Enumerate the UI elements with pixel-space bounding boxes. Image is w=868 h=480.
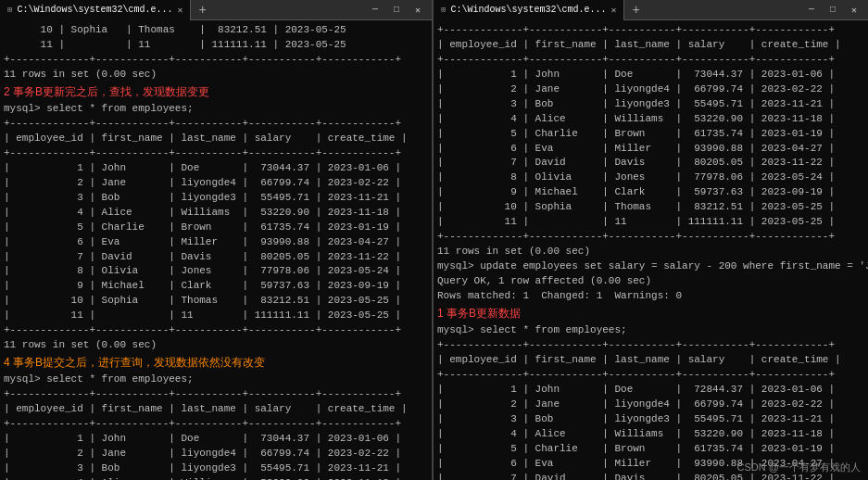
right-update-cmd: mysql> update employees set salary = sal…: [437, 259, 864, 274]
right-tab-label: C:\Windows\system32\cmd.e...: [450, 5, 606, 15]
watermark: CSDN @一个有梦有戏的人: [737, 461, 861, 474]
left-win-controls: ─ □ ✕: [365, 3, 432, 18]
left-table2: +-------------+------------+-----------+…: [4, 387, 428, 480]
right-annotation1: 1 事务B更新数据: [437, 306, 864, 322]
left-close-btn[interactable]: ✕: [408, 3, 428, 18]
right-tabs: ⊞ C:\Windows\system32\cmd.e... ✕ +: [434, 0, 648, 20]
right-minimize-btn[interactable]: ─: [801, 3, 822, 18]
annotation-4: 4 事务B提交之后，进行查询，发现数据依然没有改变: [4, 355, 428, 371]
left-maximize-btn[interactable]: □: [386, 3, 407, 18]
right-tab-add[interactable]: +: [624, 3, 647, 18]
left-tab-label: C:\Windows\system32\cmd.e...: [17, 5, 172, 15]
left-minimize-btn[interactable]: ─: [365, 3, 385, 18]
right-title-bar: ⊞ C:\Windows\system32\cmd.e... ✕ + ─ □ ✕: [434, 0, 868, 20]
right-table2: +-------------+------------+-----------+…: [437, 338, 864, 480]
left-query2: mysql> select * from employees;: [4, 373, 428, 387]
left-tab-close[interactable]: ✕: [177, 5, 182, 16]
main-area: ⊞ C:\Windows\system32\cmd.e... ✕ + ─ □ ✕…: [0, 0, 868, 480]
left-tab-active[interactable]: ⊞ C:\Windows\system32\cmd.e... ✕: [0, 0, 191, 20]
left-tab-add[interactable]: +: [191, 3, 213, 18]
right-query2: mysql> select * from employees;: [437, 323, 864, 338]
right-win-controls: ─ □ ✕: [801, 3, 868, 18]
right-content: +-------------+------------+-----------+…: [434, 20, 868, 480]
right-close-btn[interactable]: ✕: [844, 3, 864, 18]
right-panel: ⊞ C:\Windows\system32\cmd.e... ✕ + ─ □ ✕…: [434, 0, 868, 480]
cmd-icon-right: ⊞: [441, 5, 446, 15]
app-container: ⊞ C:\Windows\system32\cmd.e... ✕ + ─ □ ✕…: [0, 0, 868, 480]
left-table1: +-------------+------------+-----------+…: [4, 117, 428, 353]
right-maximize-btn[interactable]: □: [823, 3, 843, 18]
right-tab-active[interactable]: ⊞ C:\Windows\system32\cmd.e... ✕: [434, 0, 624, 20]
cmd-icon-left: ⊞: [7, 5, 12, 15]
left-content: 10 | Sophia | Thomas | 83212.51 | 2023-0…: [0, 20, 432, 480]
right-update-result: Query OK, 1 row affected (0.00 sec) Rows…: [437, 274, 864, 304]
right-tab-close[interactable]: ✕: [610, 5, 616, 16]
left-panel: ⊞ C:\Windows\system32\cmd.e... ✕ + ─ □ ✕…: [0, 0, 434, 480]
left-title-bar: ⊞ C:\Windows\system32\cmd.e... ✕ + ─ □ ✕: [0, 0, 432, 20]
left-top-rows: 10 | Sophia | Thomas | 83212.51 | 2023-0…: [4, 23, 428, 82]
right-table1: +-------------+------------+-----------+…: [437, 23, 864, 259]
left-tabs: ⊞ C:\Windows\system32\cmd.e... ✕ +: [0, 0, 214, 20]
left-query1: mysql> select * from employees;: [4, 102, 428, 117]
annotation-2: 2 事务B更新完之后，查找，发现数据变更: [4, 84, 428, 100]
